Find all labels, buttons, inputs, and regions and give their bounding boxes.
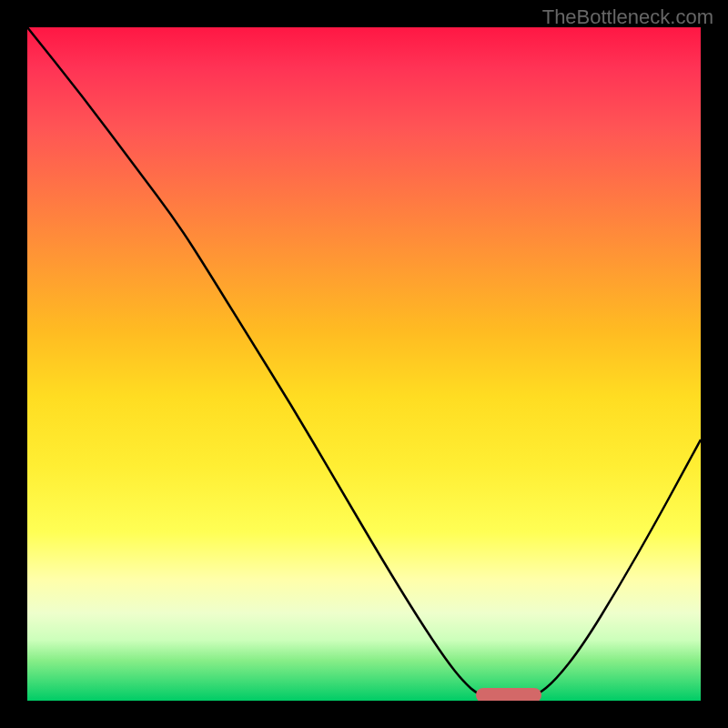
chart-area [27, 27, 701, 701]
optimal-marker [476, 688, 541, 701]
curve-overlay [27, 27, 701, 701]
bottleneck-curve [27, 27, 701, 699]
watermark-text: TheBottleneck.com [542, 5, 713, 29]
